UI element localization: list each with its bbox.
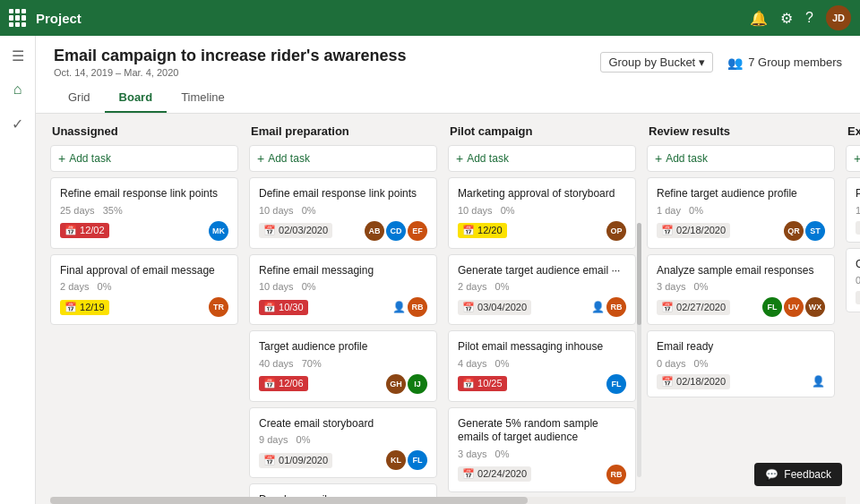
task-card[interactable]: Develop email message 3 days 0% 📅 02/06/…: [249, 483, 437, 497]
left-sidebar: ☰ ⌂ ✓: [0, 36, 36, 504]
task-footer: 📅 02/03/2020 AB CD EF: [259, 221, 427, 241]
avatar: QR: [784, 221, 804, 241]
add-task-pilot[interactable]: + Add task: [448, 145, 636, 172]
task-avatars: MK: [209, 221, 228, 241]
scroll-thumb[interactable]: [50, 497, 528, 504]
add-task-unassigned[interactable]: + Add task: [50, 145, 238, 172]
task-date-badge: 📅 10/25: [458, 376, 507, 391]
task-card[interactable]: Final approval of email message 2 days 0…: [50, 254, 238, 326]
feedback-button[interactable]: 💬 Feedback: [754, 463, 842, 486]
task-card[interactable]: Pilot email messaging inhouse 4 days 0% …: [448, 330, 636, 402]
avatar: OP: [606, 221, 626, 241]
avatar: TR: [209, 297, 228, 317]
task-meta: 2 days 0%: [60, 281, 228, 292]
members-button[interactable]: 👥 7 Group members: [727, 56, 842, 70]
task-avatars: 👤 RB: [591, 297, 626, 317]
task-card[interactable]: Purchase target au… 1 day 0% 📅 02/19/202…: [846, 177, 860, 243]
task-title: Refine target audience profile: [657, 187, 825, 201]
task-date-badge: 📅 12/02: [60, 223, 109, 238]
task-footer: 📅 02/24/2020 RB: [458, 465, 626, 484]
plus-icon: +: [854, 151, 860, 166]
task-date-badge: 📅 03/04/2020: [458, 300, 531, 315]
task-card[interactable]: Define email response link points 10 day…: [249, 177, 437, 249]
task-avatars: QR ST: [784, 221, 825, 241]
app-grid-icon[interactable]: [9, 9, 27, 27]
column-review-results: Review results + Add task Refine target …: [647, 124, 835, 486]
task-card[interactable]: Marketing approval of storyboard 10 days…: [448, 177, 636, 249]
add-task-execute[interactable]: + Add task: [846, 145, 860, 172]
avatar: GH: [386, 374, 406, 394]
scroll-track: [637, 223, 641, 477]
task-avatars: GH IJ: [386, 374, 427, 394]
task-meta: 10 days 0%: [259, 281, 427, 292]
task-card[interactable]: Refine email response link points 25 day…: [50, 177, 238, 249]
column-email-prep: Email preparation + Add task Define emai…: [249, 124, 437, 486]
task-footer: 📅 02/18/2020 QR ST: [657, 221, 825, 241]
task-card[interactable]: Refine email messaging 10 days 0% 📅 10/3…: [249, 254, 437, 326]
avatar: CD: [386, 221, 406, 241]
task-card[interactable]: Generate target audience email ··· 2 day…: [448, 254, 636, 326]
task-card[interactable]: Campaig… 0 days 0% 📅 03/04/2020: [846, 248, 860, 313]
task-title: Target audience profile: [259, 340, 427, 355]
header: Email campaign to increase rider's aware…: [36, 36, 860, 114]
scroll-thumb[interactable]: [637, 223, 641, 325]
sidebar-home-icon[interactable]: ⌂: [5, 77, 30, 102]
task-footer: 📅 10/30 👤 RB: [259, 297, 427, 317]
task-footer: 📅 02/18/2020 👤: [657, 374, 825, 389]
tab-timeline[interactable]: Timeline: [167, 83, 239, 113]
task-card[interactable]: Generate 5% random sample emails of targ…: [448, 407, 636, 492]
task-avatars: 👤: [812, 375, 825, 388]
task-footer: 📅 12/06 GH IJ: [259, 374, 427, 394]
task-title: Pilot email messaging inhouse: [458, 340, 626, 355]
members-icon: 👥: [727, 56, 743, 70]
group-by-button[interactable]: Group by Bucket ▾: [600, 52, 713, 73]
main-content: Email campaign to increase rider's aware…: [36, 36, 860, 504]
project-title: Email campaign to increase rider's aware…: [54, 47, 406, 65]
gear-icon[interactable]: ⚙: [780, 10, 793, 27]
task-avatars: OP: [606, 221, 626, 241]
column-unassigned: Unassigned + Add task Refine email respo…: [50, 124, 238, 486]
task-date-badge: 📅 03/04/2020: [856, 291, 860, 304]
add-task-review[interactable]: + Add task: [647, 145, 835, 172]
task-title: Define email response link points: [259, 187, 427, 201]
task-footer: 📅 10/25 FL: [458, 374, 626, 394]
add-task-email-prep[interactable]: + Add task: [249, 145, 437, 172]
person-icon: 👤: [591, 301, 605, 313]
task-title: Purchase target au…: [856, 187, 860, 201]
task-card[interactable]: Analyze sample email responses 3 days 0%…: [647, 254, 835, 326]
feedback-label: Feedback: [784, 468, 831, 481]
sidebar-check-icon[interactable]: ✓: [5, 111, 30, 136]
task-date-badge: 📅 02/18/2020: [657, 374, 730, 389]
user-avatar[interactable]: JD: [826, 5, 851, 30]
avatar: EF: [408, 221, 427, 241]
help-icon[interactable]: ?: [805, 10, 813, 26]
task-card[interactable]: Create email storyboard 9 days 0% 📅 01/0…: [249, 407, 437, 479]
horizontal-scrollbar[interactable]: [50, 497, 846, 504]
task-title: Email ready: [657, 340, 825, 355]
task-meta: 2 days 0%: [458, 281, 626, 292]
bell-icon[interactable]: 🔔: [750, 10, 768, 27]
task-avatars: RB: [606, 465, 626, 484]
task-meta: 0 days 0%: [657, 358, 825, 369]
sidebar-menu-icon[interactable]: ☰: [5, 43, 30, 68]
feedback-icon: 💬: [765, 468, 778, 481]
person-icon: 👤: [812, 375, 825, 388]
task-card[interactable]: Target audience profile 40 days 70% 📅 12…: [249, 330, 437, 402]
task-title: Final approval of email message: [60, 264, 228, 278]
project-info: Email campaign to increase rider's aware…: [54, 47, 406, 78]
add-task-label: Add task: [268, 152, 310, 165]
task-card[interactable]: Refine target audience profile 1 day 0% …: [647, 177, 835, 249]
tab-board[interactable]: Board: [105, 83, 168, 113]
task-card[interactable]: Email ready 0 days 0% 📅 02/18/2020 👤: [647, 330, 835, 397]
task-meta: 40 days 70%: [259, 358, 427, 369]
task-footer: 📅 03/04/2020 👤 RB: [458, 297, 626, 317]
tab-grid[interactable]: Grid: [54, 83, 105, 113]
task-meta: 3 days 0%: [657, 281, 825, 292]
column-execute-cam: Execute cam… + Add task Purchase target …: [846, 124, 860, 486]
task-footer: 📅 03/04/2020: [856, 291, 860, 304]
task-footer: 📅 12/20 OP: [458, 221, 626, 241]
avatar: UV: [784, 297, 804, 317]
avatar: ST: [805, 221, 825, 241]
task-meta: 4 days 0%: [458, 358, 626, 369]
top-nav: Project 🔔 ⚙ ? JD: [0, 0, 860, 36]
